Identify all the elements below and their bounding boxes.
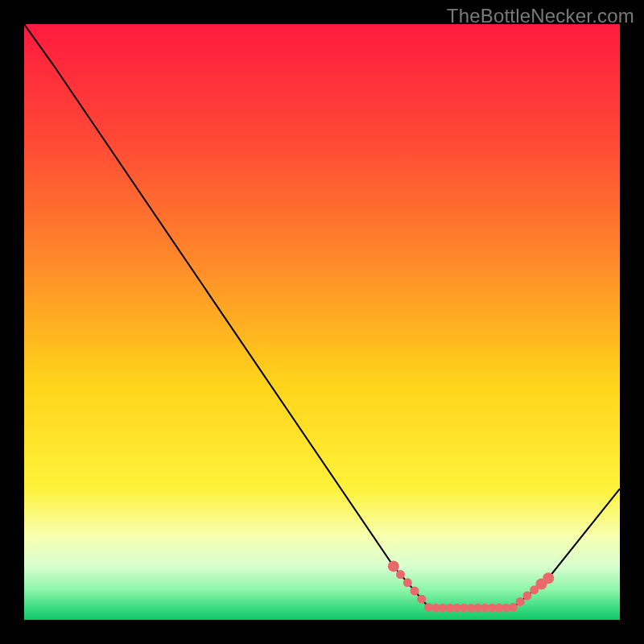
- attribution-text: TheBottleNecker.com: [447, 5, 634, 27]
- marker-dot: [509, 603, 518, 612]
- marker-dot: [403, 578, 412, 587]
- marker-dot: [523, 592, 532, 601]
- marker-dot: [543, 572, 554, 584]
- gradient-background: [24, 24, 620, 620]
- chart-stage: TheBottleNecker.com: [0, 0, 644, 644]
- marker-dot: [388, 560, 399, 572]
- marker-dot: [411, 587, 419, 596]
- marker-dot: [417, 595, 426, 604]
- marker-dot: [516, 597, 525, 606]
- marker-dot: [396, 570, 405, 579]
- bottleneck-chart: [24, 24, 620, 620]
